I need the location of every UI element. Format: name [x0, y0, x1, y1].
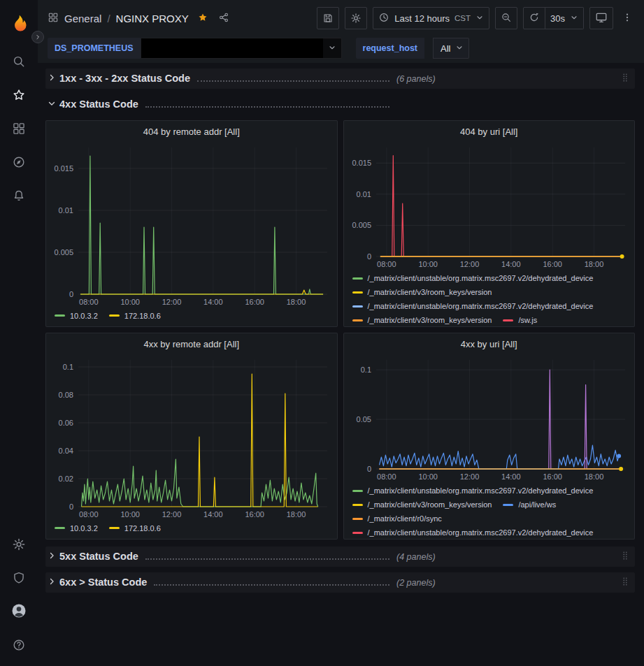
row-5xx-status-code[interactable]: 5xx Status Code (4 panels) — [45, 546, 635, 567]
shield-icon — [12, 571, 26, 585]
monitor-icon — [595, 11, 608, 26]
breadcrumb: General / NGINX PROXY — [48, 12, 229, 25]
legend-swatch — [503, 504, 513, 506]
panel-4xx-by-uri: 4xx by uri [All] 00.050.108:0010:0012:00… — [343, 333, 636, 540]
dashboard-settings-button[interactable] — [345, 7, 367, 29]
legend-item[interactable]: 10.0.3.2 — [55, 310, 98, 322]
row-title-wrap: 6xx > Status Code — [59, 577, 396, 588]
row-title: 1xx - 3xx - 2xx Status Code — [59, 73, 190, 85]
svg-text:0.1: 0.1 — [63, 363, 73, 371]
timeseries-chart[interactable]: 00.0050.010.01508:0010:0012:0014:0016:00… — [46, 142, 337, 308]
svg-text:12:00: 12:00 — [459, 472, 479, 481]
timeseries-chart[interactable]: 00.0050.010.01508:0010:0012:0014:0016:00… — [344, 142, 635, 270]
sidebar-item-alerting[interactable] — [0, 179, 38, 212]
legend-item[interactable]: /_matrix/client/v3/room_keys/version — [352, 314, 492, 326]
legend-item[interactable]: /_matrix/client/unstable/org.matrix.msc2… — [352, 526, 594, 539]
gear-icon — [12, 537, 26, 551]
sidebar-item-dashboards[interactable] — [0, 112, 38, 145]
variable-request-host-current: All — [441, 43, 450, 54]
legend-label: /api/live/ws — [518, 498, 556, 511]
panel-grid: 404 by remote addr [All] 00.0050.010.015… — [45, 120, 635, 540]
row-4xx-status-code[interactable]: 4xx Status Code — [45, 94, 635, 115]
svg-text:0.015: 0.015 — [54, 164, 73, 173]
refresh-button[interactable] — [523, 7, 545, 29]
refresh-icon — [529, 12, 540, 25]
legend-item[interactable]: /api/live/ws — [503, 498, 556, 511]
refresh-interval-picker[interactable]: 30s — [545, 7, 584, 29]
panel-title[interactable]: 404 by remote addr [All] — [46, 121, 337, 142]
more-options-button[interactable] — [619, 7, 636, 29]
panel-4xx-by-remote-addr: 4xx by remote addr [All] 00.020.040.060.… — [45, 333, 338, 540]
chevron-down-icon — [570, 13, 578, 24]
row-title: 6xx > Status Code — [59, 577, 147, 588]
row-title: 4xx Status Code — [59, 99, 138, 110]
row-6xx-status-code[interactable]: 6xx > Status Code (2 panels) — [45, 572, 635, 593]
legend-item[interactable]: /_matrix/client/unstable/org.matrix.msc2… — [352, 484, 594, 497]
sidebar-item-help[interactable] — [0, 628, 38, 662]
variable-request-host-select[interactable]: All — [433, 38, 469, 59]
svg-text:0: 0 — [366, 465, 371, 473]
sidebar-item-explore[interactable] — [0, 145, 38, 179]
panel-title[interactable]: 4xx by uri [All] — [344, 333, 635, 354]
svg-text:08:00: 08:00 — [377, 472, 396, 481]
legend-item[interactable]: /_matrix/client/unstable/org.matrix.msc2… — [352, 272, 594, 284]
legend-swatch — [352, 305, 363, 307]
zoom-out-time-button[interactable] — [495, 7, 517, 29]
share-icon[interactable] — [218, 12, 229, 25]
clock-icon — [378, 12, 389, 25]
row-title-wrap: 5xx Status Code — [59, 551, 396, 563]
sidebar-item-configuration[interactable] — [0, 528, 38, 561]
panel-title[interactable]: 4xx by remote addr [All] — [46, 333, 337, 354]
save-dashboard-button[interactable] — [317, 7, 339, 29]
timeseries-chart[interactable]: 00.050.108:0010:0012:0014:0016:0018:00 — [344, 354, 635, 483]
sidebar-item-profile[interactable] — [0, 595, 38, 628]
legend-item[interactable]: 172.18.0.6 — [109, 310, 161, 322]
time-range-picker[interactable]: Last 12 hours CST — [373, 7, 489, 29]
legend-item[interactable]: 10.0.3.2 — [55, 522, 98, 535]
legend-item[interactable]: /sw.js — [503, 314, 537, 326]
legend-item[interactable]: /_matrix/client/r0/sync — [352, 512, 442, 525]
row-1xx-3xx-2xx-status-code[interactable]: 1xx - 3xx - 2xx Status Code (6 panels) — [45, 68, 635, 89]
legend-label: /_matrix/client/v3/room_keys/version — [368, 286, 492, 298]
legend-item[interactable]: /_matrix/client/unstable/org.matrix.msc2… — [352, 300, 594, 312]
legend-label: /_matrix/client/unstable/org.matrix.msc2… — [368, 272, 594, 284]
variable-ds-prometheus-select[interactable] — [141, 38, 342, 59]
timezone-label: CST — [455, 14, 471, 22]
sidebar-item-starred[interactable] — [0, 78, 38, 112]
panel-title[interactable]: 404 by uri [All] — [344, 121, 635, 142]
timeseries-chart[interactable]: 00.020.040.060.080.108:0010:0012:0014:00… — [46, 354, 337, 521]
grafana-app: General / NGINX PROXY Last 12 hours CST — [0, 0, 644, 666]
variable-ds-prometheus-label[interactable]: DS_PROMETHEUS — [48, 38, 141, 59]
topbar-actions: Last 12 hours CST 30s — [317, 7, 636, 29]
variable-request-host-label[interactable]: request_host — [356, 38, 425, 59]
breadcrumb-title[interactable]: NGINX PROXY — [116, 13, 189, 24]
sidebar-item-server-admin[interactable] — [0, 561, 38, 595]
compass-icon — [12, 155, 26, 169]
legend-swatch — [109, 314, 120, 317]
refresh-group: 30s — [523, 7, 584, 29]
svg-text:08:00: 08:00 — [79, 510, 99, 519]
svg-text:12:00: 12:00 — [459, 260, 479, 268]
legend-item[interactable]: /_matrix/client/v3/room_keys/version — [352, 498, 492, 511]
breadcrumb-section[interactable]: General — [64, 13, 101, 24]
refresh-interval-label: 30s — [550, 13, 565, 24]
legend-label: 172.18.0.6 — [124, 522, 161, 535]
favorite-star-icon[interactable] — [197, 12, 208, 25]
chevron-right-icon — [47, 551, 57, 563]
legend-item[interactable]: /_matrix/client/v3/room_keys/version — [352, 286, 492, 298]
legend-swatch — [352, 319, 363, 321]
drag-handle-icon[interactable] — [620, 72, 631, 85]
legend-item[interactable]: 172.18.0.6 — [109, 522, 161, 535]
sidebar-item-search[interactable] — [0, 45, 38, 78]
drag-handle-icon[interactable] — [620, 550, 631, 563]
svg-text:10:00: 10:00 — [120, 510, 140, 519]
variable-ds-prometheus: DS_PROMETHEUS — [48, 38, 342, 59]
svg-text:0.05: 0.05 — [356, 415, 371, 424]
drag-handle-icon[interactable] — [620, 576, 631, 589]
cycle-view-mode-button[interactable] — [589, 7, 613, 29]
variables-bar: DS_PROMETHEUS request_host All — [38, 36, 644, 63]
sidebar-expand-toggle[interactable] — [31, 31, 44, 43]
legend-swatch — [352, 490, 363, 492]
svg-text:0.1: 0.1 — [360, 365, 371, 374]
row-dots — [197, 80, 389, 82]
